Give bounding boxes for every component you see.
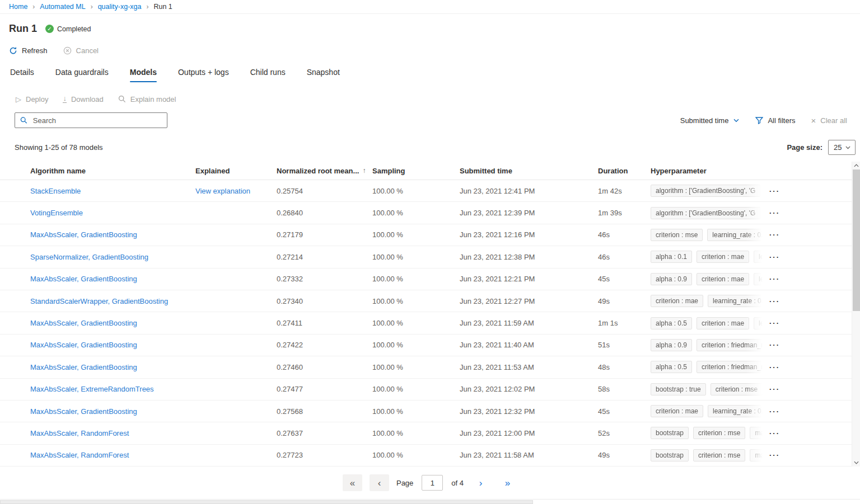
hyperparameter-chip: alpha : 0.9 <box>651 339 692 351</box>
table-row[interactable]: MaxAbsScaler, GradientBoosting 0.27460 1… <box>0 356 860 378</box>
more-icon[interactable]: ··· <box>769 341 780 348</box>
algorithm-name-link[interactable]: StackEnsemble <box>30 187 81 195</box>
hyperparameter-chips: bootstrapcriterion : msemax <box>651 427 763 439</box>
column-algorithm-name[interactable]: Algorithm name <box>30 167 195 175</box>
algorithm-name-link[interactable]: MaxAbsScaler, GradientBoosting <box>30 341 137 349</box>
algorithm-name-link[interactable]: MaxAbsScaler, RandomForest <box>30 429 129 437</box>
table-row[interactable]: MaxAbsScaler, GradientBoosting 0.27411 1… <box>0 312 860 334</box>
breadcrumb-experiment[interactable]: quality-xg-xga <box>98 3 142 11</box>
vertical-scrollbar[interactable] <box>852 162 860 467</box>
explain-model-button[interactable]: Explain model <box>118 95 176 103</box>
column-hyperparameter[interactable]: Hyperparameter <box>651 167 849 175</box>
hyperparameter-chip: criterion : friedman_m <box>697 339 763 351</box>
metric-value: 0.27214 <box>277 253 372 261</box>
algorithm-name-link[interactable]: SparseNormalizer, GradientBoosting <box>30 253 148 261</box>
more-icon[interactable]: ··· <box>769 275 780 282</box>
search-box[interactable] <box>15 112 167 128</box>
algorithm-name-link[interactable]: MaxAbsScaler, GradientBoosting <box>30 275 137 283</box>
algorithm-name-link[interactable]: MaxAbsScaler, RandomForest <box>30 451 129 459</box>
table-row[interactable]: SparseNormalizer, GradientBoosting 0.272… <box>0 246 860 268</box>
sort-asc-icon: ↑ <box>362 167 366 175</box>
hyperparameter-chip: bootstrap <box>651 427 689 439</box>
hyperparameter-chip: alpha : 0.5 <box>651 361 692 373</box>
cancel-button[interactable]: Cancel <box>63 46 99 55</box>
column-explained[interactable]: Explained <box>195 167 277 175</box>
hyperparameter-chips: criterion : maelearning_rate : 0.0 <box>651 295 763 307</box>
tab-details[interactable]: Details <box>9 63 35 82</box>
algorithm-name-link[interactable]: MaxAbsScaler, GradientBoosting <box>30 230 137 239</box>
refresh-button[interactable]: Refresh <box>9 46 48 55</box>
column-duration[interactable]: Duration <box>598 167 651 175</box>
submitted-time-value: Jun 23, 2021 12:16 PM <box>460 230 598 239</box>
algorithm-name-link[interactable]: StandardScalerWrapper, GradientBoosting <box>30 297 168 305</box>
clear-all-button[interactable]: × Clear all <box>811 116 847 125</box>
submitted-time-dropdown-label: Submitted time <box>680 116 729 125</box>
table-row[interactable]: MaxAbsScaler, RandomForest 0.27723 100.0… <box>0 445 860 467</box>
table-row[interactable]: MaxAbsScaler, GradientBoosting 0.27568 1… <box>0 401 860 422</box>
table-row[interactable]: StackEnsemble View explanation 0.25754 1… <box>0 180 860 202</box>
table-row[interactable]: VotingEnsemble 0.26840 100.00 % Jun 23, … <box>0 202 860 224</box>
more-icon[interactable]: ··· <box>769 187 780 195</box>
page-count-label: of 4 <box>451 479 464 487</box>
more-icon[interactable]: ··· <box>769 319 780 327</box>
algorithm-name-link[interactable]: VotingEnsemble <box>30 209 83 217</box>
hyperparameter-chips: criterion : mselearning_rate : 0.0 <box>651 229 763 241</box>
tab-data-guardrails[interactable]: Data guardrails <box>54 63 110 82</box>
search-input[interactable] <box>32 116 162 125</box>
metric-value: 0.27460 <box>277 363 372 371</box>
hyperparameter-chips: alpha : 0.5criterion : maelear <box>651 317 763 329</box>
first-page-button[interactable]: « <box>343 474 362 491</box>
more-icon[interactable]: ··· <box>769 298 780 305</box>
last-page-button[interactable]: » <box>498 474 517 491</box>
tab-outputs-logs[interactable]: Outputs + logs <box>177 63 230 82</box>
algorithm-name-link[interactable]: MaxAbsScaler, ExtremeRandomTrees <box>30 385 154 393</box>
page-size-select[interactable]: 25 <box>828 140 856 155</box>
previous-page-button[interactable]: ‹ <box>370 474 389 491</box>
more-icon[interactable]: ··· <box>769 253 780 261</box>
algorithm-name-link[interactable]: MaxAbsScaler, GradientBoosting <box>30 407 137 416</box>
submitted-time-dropdown[interactable]: Submitted time <box>680 116 740 125</box>
vertical-scrollbar-thumb[interactable] <box>853 169 860 311</box>
horizontal-scrollbar-thumb[interactable] <box>0 500 533 504</box>
duration-value: 46s <box>598 253 651 261</box>
table-row[interactable]: StandardScalerWrapper, GradientBoosting … <box>0 290 860 312</box>
deploy-button[interactable]: ▷ Deploy <box>16 95 48 103</box>
tab-snapshot[interactable]: Snapshot <box>306 63 341 82</box>
more-icon[interactable]: ··· <box>769 385 780 393</box>
chevron-right-icon: › <box>32 3 35 10</box>
table-row[interactable]: MaxAbsScaler, ExtremeRandomTrees 0.27477… <box>0 379 860 401</box>
scroll-up-icon[interactable] <box>852 162 860 169</box>
table-row[interactable]: MaxAbsScaler, RandomForest 0.27637 100.0… <box>0 422 860 444</box>
search-filter-row: Submitted time All filters × Clear all <box>15 112 847 128</box>
view-explanation-link[interactable]: View explanation <box>195 187 250 195</box>
more-icon[interactable]: ··· <box>769 209 780 216</box>
hyperparameter-chip: bootstrap <box>651 449 689 461</box>
more-icon[interactable]: ··· <box>769 408 780 415</box>
breadcrumb-automated-ml[interactable]: Automated ML <box>40 3 85 11</box>
tab-models[interactable]: Models <box>129 63 158 82</box>
more-icon[interactable]: ··· <box>769 430 780 437</box>
column-sampling[interactable]: Sampling <box>372 167 460 175</box>
hyperparameter-chip: algorithm : ['GradientBoosting', 'G <box>651 185 760 197</box>
breadcrumb-home[interactable]: Home <box>9 3 27 11</box>
scroll-down-icon[interactable] <box>852 459 860 467</box>
table-row[interactable]: MaxAbsScaler, GradientBoosting 0.27422 1… <box>0 335 860 356</box>
algorithm-name-link[interactable]: MaxAbsScaler, GradientBoosting <box>30 319 137 327</box>
next-page-button[interactable]: › <box>471 474 490 491</box>
horizontal-scrollbar[interactable] <box>0 499 860 504</box>
more-icon[interactable]: ··· <box>769 364 780 371</box>
column-metric[interactable]: Normalized root mean... ↑ <box>277 167 372 175</box>
hyperparameter-chip: max <box>750 427 763 439</box>
tab-child-runs[interactable]: Child runs <box>249 63 287 82</box>
page-number-input[interactable] <box>422 475 443 491</box>
download-button[interactable]: ↓ Download <box>63 95 103 103</box>
table-row[interactable]: MaxAbsScaler, GradientBoosting 0.27179 1… <box>0 224 860 246</box>
hyperparameter-chip: learning_rate : 0.0 <box>708 295 763 307</box>
more-icon[interactable]: ··· <box>769 451 780 459</box>
hyperparameter-chip: lear <box>754 317 763 329</box>
table-row[interactable]: MaxAbsScaler, GradientBoosting 0.27332 1… <box>0 269 860 290</box>
more-icon[interactable]: ··· <box>769 231 780 238</box>
all-filters-button[interactable]: All filters <box>755 116 795 125</box>
column-submitted-time[interactable]: Submitted time <box>460 167 598 175</box>
algorithm-name-link[interactable]: MaxAbsScaler, GradientBoosting <box>30 363 137 371</box>
